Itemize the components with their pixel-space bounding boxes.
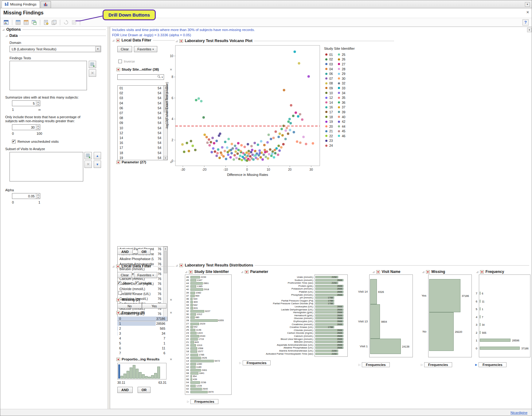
histogram-bar[interactable] (190, 310, 204, 313)
red-triangle-menu-icon[interactable] (179, 264, 183, 267)
frequency-filter-row[interactable]: 611 (117, 346, 167, 351)
legend-item[interactable]: 27 (338, 62, 346, 67)
histogram-bar[interactable] (136, 369, 139, 379)
histogram-bar[interactable] (190, 323, 199, 325)
histogram-bar[interactable] (190, 369, 201, 371)
window-list-button[interactable]: ▼ (525, 2, 530, 7)
legend-item[interactable]: 04 (325, 67, 333, 72)
histogram-bar[interactable] (190, 381, 200, 384)
disclosure-icon[interactable]: ⊿ (372, 270, 375, 274)
disclosure-icon[interactable]: ⊿ (112, 39, 115, 42)
legend-item[interactable]: 03 (325, 62, 333, 67)
clear-button[interactable]: Clear (117, 272, 132, 278)
histogram-bar[interactable] (190, 338, 198, 340)
tab-chart-window[interactable] (41, 1, 51, 8)
histogram-bar[interactable] (480, 323, 480, 326)
legend-item[interactable]: 45 (338, 129, 346, 134)
move-up-button[interactable]: ▲ (94, 152, 101, 159)
legend-item[interactable]: 37 (338, 105, 346, 110)
red-triangle-menu-icon[interactable] (116, 358, 120, 361)
site-filter-row[interactable]: 1954 (118, 155, 163, 160)
red-triangle-menu-icon[interactable] (116, 265, 120, 268)
histogram-bar[interactable] (133, 365, 135, 379)
legend-item[interactable]: 23 (325, 138, 333, 143)
frequencies-button[interactable]: Frequencies (362, 362, 390, 367)
legend-item[interactable]: 18 (325, 115, 333, 119)
legend-item[interactable]: 34 (338, 91, 346, 95)
disclosure-icon[interactable]: ⊿ (112, 265, 115, 268)
remove-unscheduled-checkbox[interactable]: Remove unscheduled visits (12, 140, 59, 143)
red-triangle-menu-icon[interactable] (116, 39, 120, 42)
legend-item[interactable]: 36 (338, 100, 346, 105)
parameter-filter-row[interactable]: Chloride (mmol/L)76 (118, 286, 163, 291)
disclosure-icon[interactable]: ⊿ (5, 34, 8, 37)
refresh-icon[interactable] (63, 19, 69, 26)
frequency-filter-row[interactable]: 47 (117, 336, 167, 341)
and-button[interactable]: AND (117, 387, 133, 393)
histogram-bar[interactable] (190, 326, 193, 328)
subset-table-icon[interactable] (31, 19, 37, 26)
site-filter-row[interactable]: 0254 (118, 91, 163, 95)
close-icon[interactable]: ✕ (526, 10, 529, 14)
add-tests-button[interactable] (89, 61, 96, 68)
clear-button[interactable]: Clear (117, 46, 132, 52)
frequency-filter-row[interactable]: 51 (117, 341, 167, 346)
histogram-bar[interactable] (148, 377, 151, 379)
disclosure-icon[interactable]: ⊿ (175, 264, 178, 267)
legend-item[interactable]: 33 (338, 86, 346, 91)
legend-item[interactable]: 24 (325, 143, 333, 148)
histogram-bar[interactable] (190, 363, 196, 365)
legend-item[interactable]: 40 (338, 115, 346, 119)
site-filter-row[interactable]: 0454 (118, 101, 163, 106)
scrollbar[interactable]: ▲▼ (163, 247, 167, 321)
legend-item[interactable]: 01 (325, 52, 333, 57)
red-triangle-menu-icon[interactable] (426, 270, 430, 274)
disclosure-icon[interactable]: ⊿ (185, 270, 187, 274)
site-filter-row[interactable]: 0654 (118, 106, 163, 111)
disclosure-icon[interactable]: ⊿ (2, 28, 5, 31)
spin-down-icon[interactable]: ▼ (36, 196, 40, 199)
legend-item[interactable]: 09 (325, 86, 333, 91)
site-filter-row[interactable]: 1454 (118, 135, 163, 140)
frequencies-button[interactable]: Frequencies (190, 399, 218, 404)
move-down-button[interactable]: ▼ (94, 161, 101, 168)
close-icon[interactable]: ✕ (170, 311, 172, 314)
site-filter-row[interactable]: 1854 (118, 150, 163, 155)
journal-icon[interactable] (51, 19, 57, 26)
legend-item[interactable]: 14 (325, 100, 333, 105)
legend-item[interactable]: 10 (325, 91, 333, 95)
histogram-bar[interactable] (190, 276, 200, 278)
site-filter-row[interactable]: 1054 (118, 126, 163, 130)
legend-item[interactable]: 07 (325, 76, 333, 81)
histogram-bar[interactable] (151, 375, 154, 379)
frequency-filter-row[interactable]: 128596 (117, 321, 167, 326)
frequency-filter-row[interactable]: 037186 (117, 316, 167, 321)
spin-up-icon[interactable]: ▲ (36, 193, 40, 196)
site-filter-row[interactable]: 0154 (118, 86, 163, 91)
volcano-plot[interactable]: 0246810-30-20-100102030Difference in Mis… (165, 44, 322, 178)
clear-visits-button[interactable]: ✕ (84, 161, 92, 168)
legend-item[interactable]: 42 (338, 119, 346, 124)
red-triangle-menu-icon[interactable] (245, 270, 248, 274)
histogram-bar[interactable] (190, 375, 192, 378)
histogram-bar[interactable] (190, 285, 196, 288)
include-checkbox[interactable]: Include (135, 281, 151, 285)
legend-item[interactable]: 22 (325, 134, 333, 138)
disclosure-right-icon[interactable]: ▷ (239, 361, 241, 364)
histogram-bar[interactable] (190, 357, 201, 359)
histogram-bar[interactable] (190, 279, 196, 282)
min-subjects-spinner[interactable]: 5 ▲▼ (12, 100, 40, 106)
legend-item[interactable]: 16 (325, 105, 333, 110)
histogram-bar[interactable] (429, 312, 454, 351)
frequency-filter-row[interactable]: 2565 (117, 326, 167, 331)
site-filter-row[interactable]: 1254 (118, 130, 163, 135)
disclosure-right-icon[interactable]: ▷ (421, 363, 423, 366)
histogram-bar[interactable] (370, 279, 377, 304)
script-icon[interactable] (43, 19, 49, 26)
disclosure-right-icon[interactable]: ▶ (475, 363, 477, 366)
pct-threshold-spinner[interactable]: 30 ▲▼ (12, 124, 40, 130)
disclosure-right-icon[interactable]: ▷ (358, 363, 361, 366)
histogram-bar[interactable] (190, 344, 196, 347)
site-search-input[interactable]: ▾ (117, 74, 164, 80)
histogram-bar[interactable] (190, 347, 197, 350)
